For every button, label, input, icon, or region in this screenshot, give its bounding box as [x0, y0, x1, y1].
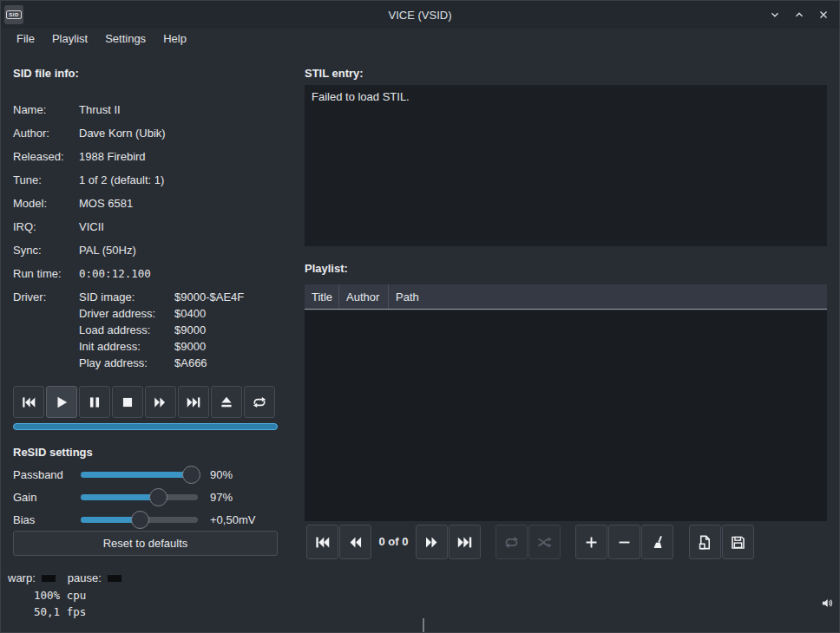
- previous-icon: [347, 534, 364, 551]
- field-label: Name:: [13, 103, 79, 116]
- menu-settings[interactable]: Settings: [96, 29, 154, 51]
- gain-label: Gain: [13, 491, 81, 504]
- menubar: File Playlist Settings Help: [1, 29, 839, 51]
- playlist-repeat-button[interactable]: [495, 525, 528, 559]
- bias-label: Bias: [13, 513, 81, 526]
- field-label: Driver:: [13, 290, 79, 303]
- bias-slider-row: Bias +0,50mV: [13, 508, 255, 531]
- eject-button[interactable]: [211, 386, 242, 418]
- playlist-remove-button[interactable]: [608, 525, 640, 559]
- sid-file-info-heading: SID file info:: [13, 67, 79, 80]
- playlist-next-button[interactable]: [416, 525, 448, 559]
- volume-button[interactable]: [818, 594, 836, 611]
- playlist-clear-button[interactable]: [641, 525, 673, 559]
- driver-value: $9000: [174, 323, 206, 340]
- repeat-icon: [503, 534, 520, 551]
- playlist-first-button[interactable]: [306, 525, 338, 559]
- pause-button[interactable]: [79, 386, 110, 418]
- statusbar-flags: warp: pause:: [8, 571, 121, 584]
- passband-label: Passband: [13, 468, 81, 481]
- bias-handle[interactable]: [131, 511, 149, 529]
- field-value: PAL (50Hz): [79, 244, 136, 257]
- driver-label: Init address:: [79, 340, 174, 356]
- driver-value: $9000-$AE4F: [174, 290, 244, 307]
- passband-slider[interactable]: [81, 472, 198, 478]
- fast-forward-icon: [153, 395, 168, 410]
- info-row-tune: Tune: 1 of 2 (default: 1): [13, 173, 296, 197]
- field-value: VICII: [79, 220, 104, 233]
- playlist-shuffle-button[interactable]: [528, 525, 561, 559]
- skip-last-button[interactable]: [178, 386, 209, 418]
- info-row-irq: IRQ: VICII: [13, 220, 296, 244]
- menu-playlist[interactable]: Playlist: [43, 29, 96, 51]
- playlist-position: 0 of 0: [371, 535, 416, 548]
- loop-button[interactable]: [244, 386, 275, 418]
- info-row-released: Released: 1988 Firebird: [13, 150, 296, 173]
- window-title: VICE (VSID): [1, 9, 839, 22]
- close-button[interactable]: [815, 6, 832, 23]
- info-row-driver: Driver: SID image:$9000-$AE4F Driver add…: [13, 290, 296, 373]
- field-value: 1 of 2 (default: 1): [79, 173, 164, 186]
- window-controls: [766, 6, 832, 23]
- driver-label: Load address:: [79, 323, 174, 340]
- playlist-add-button[interactable]: [575, 525, 607, 559]
- passband-value: 90%: [210, 468, 233, 481]
- play-button[interactable]: [46, 386, 77, 418]
- fps-counter: 50,1 fps: [34, 605, 86, 618]
- warp-label: warp:: [8, 571, 36, 584]
- passband-handle[interactable]: [182, 466, 200, 484]
- gain-slider-row: Gain 97%: [13, 486, 255, 508]
- resid-settings-heading: ReSID settings: [13, 446, 93, 459]
- driver-value: $A666: [174, 356, 207, 373]
- titlebar[interactable]: SID VICE (VSID): [1, 1, 839, 29]
- minimize-button[interactable]: [766, 6, 784, 23]
- column-header-path[interactable]: Path: [389, 284, 827, 309]
- resid-sliders: Passband 90% Gain 97% Bias +0,50mV: [13, 463, 255, 531]
- info-row-name: Name: Thrust II: [13, 103, 296, 127]
- sid-file-info: Name: Thrust II Author: Dave Korn (Ubik)…: [13, 103, 296, 373]
- stil-entry-heading: STIL entry:: [305, 67, 364, 80]
- stop-button[interactable]: [112, 386, 143, 418]
- stil-entry-text: Failed to load STIL.: [312, 90, 410, 103]
- skip-first-button[interactable]: [13, 386, 44, 418]
- field-value: MOS 6581: [79, 197, 133, 210]
- runtime-value: 0:00:12.100: [79, 267, 151, 280]
- menu-help[interactable]: Help: [154, 29, 195, 51]
- transport-controls: [13, 386, 275, 418]
- pause-led[interactable]: [108, 574, 121, 582]
- column-header-title[interactable]: Title: [305, 284, 339, 309]
- playback-progress-bar[interactable]: [13, 423, 278, 430]
- field-label: IRQ:: [13, 220, 79, 233]
- playlist-previous-button[interactable]: [339, 525, 371, 559]
- driver-value: $9000: [174, 340, 206, 356]
- bias-slider[interactable]: [81, 517, 198, 523]
- shuffle-icon: [536, 534, 553, 551]
- pause-icon: [87, 395, 102, 410]
- menu-file[interactable]: File: [8, 29, 43, 51]
- playlist-list[interactable]: [305, 310, 827, 521]
- playlist-save-button[interactable]: [722, 525, 754, 559]
- chevron-up-icon: [793, 9, 805, 21]
- info-row-runtime: Run time: 0:00:12.100: [13, 267, 296, 290]
- gain-slider[interactable]: [81, 494, 198, 500]
- field-label: Tune:: [13, 173, 79, 186]
- playlist-column-headers: Title Author Path: [305, 284, 827, 310]
- field-label: Model:: [13, 197, 79, 210]
- stil-entry-view[interactable]: Failed to load STIL.: [305, 85, 827, 246]
- gain-handle[interactable]: [149, 488, 167, 506]
- save-playlist-icon: [730, 534, 746, 551]
- warp-led[interactable]: [42, 574, 56, 582]
- statusbar-divider: [423, 618, 424, 633]
- gain-fill: [81, 494, 159, 500]
- column-header-author[interactable]: Author: [339, 284, 389, 309]
- reset-to-defaults-button[interactable]: Reset to defaults: [13, 531, 278, 556]
- first-icon: [314, 534, 331, 551]
- close-icon: [817, 9, 830, 21]
- maximize-button[interactable]: [791, 6, 808, 23]
- playlist-last-button[interactable]: [449, 525, 481, 559]
- field-value: 1988 Firebird: [79, 150, 146, 163]
- fast-forward-button[interactable]: [145, 386, 176, 418]
- playlist-open-button[interactable]: [689, 525, 721, 559]
- open-playlist-icon: [697, 534, 713, 551]
- last-icon: [456, 534, 473, 551]
